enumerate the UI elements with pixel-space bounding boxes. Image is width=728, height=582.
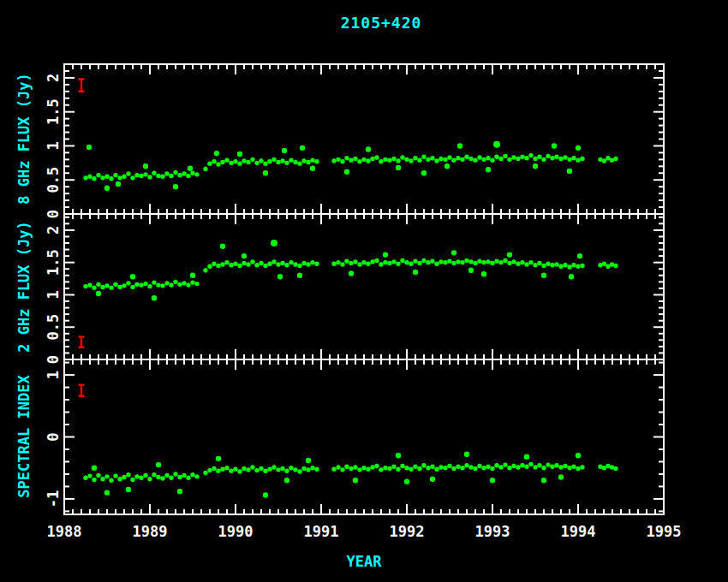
data-point	[503, 258, 507, 263]
data-point	[336, 260, 340, 264]
data-point	[541, 157, 546, 162]
data-point	[503, 154, 507, 158]
data-point	[533, 157, 537, 161]
data-point	[567, 157, 571, 162]
chart-canvas: 00.511.5200.511.52-101198819891990199119…	[0, 0, 728, 582]
data-point	[366, 466, 370, 471]
data-point	[164, 281, 169, 285]
data-point	[387, 466, 391, 471]
data-point	[92, 176, 96, 181]
data-point	[242, 466, 246, 471]
data-point	[507, 157, 511, 162]
data-point	[87, 145, 92, 150]
data-point	[190, 472, 194, 477]
data-point	[289, 466, 293, 470]
panel-1-error-bar	[79, 337, 85, 347]
data-point	[284, 478, 289, 483]
data-point	[357, 467, 361, 472]
data-point	[331, 466, 336, 471]
data-point	[259, 158, 263, 163]
data-point	[421, 170, 427, 175]
data-point	[558, 157, 563, 161]
data-point	[439, 465, 443, 469]
data-point	[353, 465, 357, 469]
data-point	[194, 282, 199, 286]
data-point	[550, 156, 554, 160]
data-point	[464, 463, 468, 467]
data-point	[533, 163, 538, 169]
data-point	[524, 454, 529, 459]
data-point	[104, 175, 109, 179]
panel-0-x-ticks	[64, 64, 664, 214]
data-point	[254, 468, 259, 472]
data-point	[374, 155, 379, 159]
data-point	[143, 473, 147, 478]
data-point	[216, 456, 221, 461]
data-point	[134, 474, 139, 478]
data-point	[546, 261, 550, 265]
data-point	[577, 253, 582, 258]
data-point	[156, 475, 160, 479]
data-point	[567, 466, 571, 470]
panel-2-error-bar	[79, 385, 85, 396]
data-point	[259, 466, 263, 471]
data-point	[602, 158, 606, 163]
data-point	[353, 259, 357, 264]
data-point	[409, 261, 413, 265]
data-point	[490, 261, 494, 265]
data-point	[340, 467, 344, 472]
data-point	[490, 157, 494, 162]
data-point	[310, 466, 314, 470]
data-point	[160, 175, 164, 179]
data-point	[426, 157, 430, 162]
data-point	[92, 478, 96, 482]
data-point	[473, 157, 477, 162]
data-point	[468, 465, 473, 469]
data-point	[353, 478, 358, 483]
data-point	[272, 157, 276, 162]
data-point	[190, 280, 194, 284]
data-point	[182, 281, 186, 285]
data-point	[528, 462, 533, 466]
data-point	[520, 463, 524, 467]
data-point	[216, 264, 220, 268]
data-point	[370, 157, 374, 161]
data-point	[421, 463, 426, 467]
data-point	[220, 466, 224, 471]
data-point	[173, 280, 177, 284]
data-point	[280, 158, 284, 163]
data-point	[152, 472, 156, 477]
data-point	[96, 282, 100, 287]
data-point	[130, 478, 134, 482]
data-point	[271, 240, 277, 246]
data-point	[276, 467, 280, 472]
data-point	[143, 172, 147, 176]
data-point	[468, 259, 473, 264]
data-point	[503, 462, 507, 466]
data-point	[580, 465, 584, 469]
data-point	[567, 264, 571, 269]
data-point	[254, 161, 259, 165]
data-point	[443, 157, 447, 162]
data-point	[507, 252, 512, 257]
data-point	[391, 157, 396, 161]
data-point	[443, 260, 447, 264]
x-tick-label: 1993	[475, 523, 510, 540]
x-tick-label: 1990	[218, 523, 254, 540]
data-point	[134, 173, 139, 177]
data-point	[516, 261, 520, 265]
data-point	[613, 264, 618, 268]
data-point	[104, 490, 110, 495]
data-point	[297, 273, 302, 278]
data-point	[439, 259, 443, 264]
data-point	[237, 264, 242, 268]
data-point	[409, 466, 413, 471]
data-point	[498, 157, 503, 161]
data-point	[152, 295, 157, 300]
data-point	[400, 155, 404, 159]
data-point	[194, 474, 199, 478]
data-point	[207, 468, 212, 472]
data-point	[349, 466, 353, 471]
data-point	[96, 473, 100, 478]
data-point	[87, 282, 92, 287]
